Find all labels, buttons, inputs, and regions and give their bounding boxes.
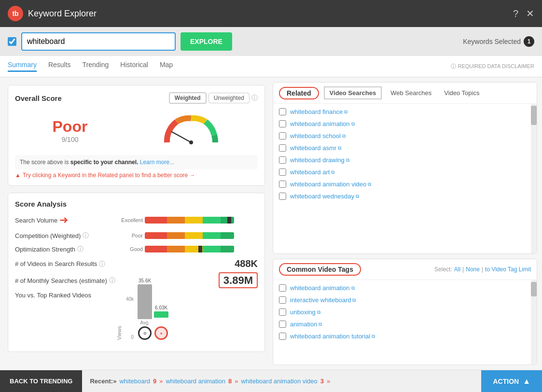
tag-link-2[interactable]: unboxing ⧉ [290, 308, 320, 316]
action-button[interactable]: ACTION ▲ [481, 370, 542, 392]
label-search-volume: Search Volume ➜ [15, 214, 116, 226]
videos-info[interactable]: ⓘ [99, 260, 105, 268]
list-item: whiteboard wednesday ⧉ [273, 190, 531, 202]
keywords-selected-label: Keywords Selected [463, 38, 521, 45]
search-bar: EXPLORE Keywords Selected 1 [0, 27, 542, 56]
related-link-0[interactable]: whiteboard finance ⧉ [290, 108, 347, 115]
tag-checkbox-0[interactable] [279, 284, 286, 292]
recent-item-0[interactable]: whiteboard [119, 378, 150, 385]
back-to-trending-button[interactable]: BACK TO TRENDING [0, 370, 82, 392]
value-optimization: Good [116, 246, 258, 252]
related-checkbox-5[interactable] [279, 168, 286, 176]
related-checkbox-2[interactable] [279, 132, 286, 140]
weighted-button[interactable]: Weighted [169, 92, 207, 104]
related-checkbox-4[interactable] [279, 156, 286, 164]
help-button[interactable]: ? [513, 8, 518, 19]
overall-score-header: Overall Score Weighted Unweighted ⓘ [15, 92, 258, 104]
related-link-6[interactable]: whiteboard animation video ⧉ [290, 181, 371, 188]
recent-arrow-2: » [327, 378, 330, 385]
warning-icon: ▲ [15, 172, 21, 179]
tags-select: Select: All | None | to Video Tag Limit [434, 266, 531, 273]
gauge-chart [162, 113, 220, 147]
recent-num-0: 9 [153, 378, 156, 385]
related-link-2[interactable]: whiteboard school ⧉ [290, 132, 346, 140]
title-bar-right: ? ✕ [513, 8, 534, 19]
keywords-badge: 1 [524, 36, 534, 47]
recent-item-1[interactable]: whiteboard animation [166, 378, 225, 385]
unweighted-button[interactable]: Unweighted [208, 93, 250, 103]
related-link-4[interactable]: whiteboard drawing ⧉ [290, 156, 349, 164]
recent-item-2[interactable]: whiteboard animation video [241, 378, 318, 385]
optimization-info[interactable]: ⓘ [77, 245, 83, 253]
analysis-row-chart: You vs. Top Ranked Videos Views 40k 0 35… [15, 292, 258, 340]
tag-link-3[interactable]: animation ⧉ [290, 321, 322, 328]
related-scrollbar[interactable] [531, 104, 537, 253]
tags-title: Common Video Tags [279, 263, 361, 276]
monthly-count: 3.89M [219, 272, 258, 288]
tag-link-1[interactable]: interactive whiteboard ⧉ [290, 296, 356, 304]
label-chart: You vs. Top Ranked Videos [15, 292, 116, 299]
separator1: | [462, 266, 464, 273]
value-videos: 488K [116, 258, 258, 269]
tag-checkbox-1[interactable] [279, 296, 286, 304]
learn-more-link[interactable]: Learn more... [140, 159, 174, 166]
tag-checkbox-2[interactable] [279, 308, 286, 316]
value-competition: Poor [116, 232, 258, 239]
score-label: Poor [53, 118, 88, 136]
score-info-icon[interactable]: ⓘ [251, 94, 258, 102]
weight-buttons: Weighted Unweighted ⓘ [169, 92, 258, 104]
analysis-row-search-volume: Search Volume ➜ Excellent [15, 214, 258, 226]
search-input[interactable] [21, 32, 176, 51]
related-link-7[interactable]: whiteboard wednesday ⧉ [290, 193, 359, 200]
list-item: whiteboard animation video ⧉ [273, 178, 531, 190]
list-item: whiteboard finance ⧉ [273, 106, 531, 118]
bar1-chart [138, 284, 152, 319]
tab-video-searches[interactable]: Video Searches [324, 86, 382, 99]
recent-label: Recent:» [90, 378, 116, 385]
tab-results[interactable]: Results [48, 61, 71, 72]
tab-video-topics[interactable]: Video Topics [440, 87, 483, 98]
list-item: animation ⧉ [273, 318, 531, 330]
tag-limit-link[interactable]: to Video Tag Limit [485, 266, 531, 273]
right-panel: Related Video Searches Web Searches Vide… [273, 77, 542, 370]
related-checkbox-0[interactable] [279, 108, 286, 115]
competition-info[interactable]: ⓘ [83, 231, 89, 240]
tag-link-4[interactable]: whiteboard animation tutorial ⧉ [290, 333, 375, 340]
you-icon: ● [154, 326, 168, 340]
tab-map[interactable]: Map [160, 61, 173, 72]
tags-scrollbar[interactable] [531, 280, 537, 364]
related-header: Related Video Searches Web Searches Vide… [273, 83, 537, 104]
data-disclaimer: ⓘ REQUIRED DATA DISCLAIMER [451, 63, 534, 70]
tag-checkbox-3[interactable] [279, 321, 286, 328]
score-desc: The score above is specific to your chan… [15, 155, 258, 169]
related-link-3[interactable]: whiteboard asmr ⧉ [290, 144, 341, 152]
score-num: 9/100 [53, 136, 88, 143]
related-link-5[interactable]: whiteboard art ⧉ [290, 168, 334, 176]
label-competition: Competition (Weighted) ⓘ [15, 231, 116, 240]
separator2: | [482, 266, 483, 273]
select-all-link[interactable]: All [454, 266, 460, 273]
tab-bar-left: Summary Results Trending Historical Map [8, 61, 173, 72]
recent-num-2: 3 [320, 378, 324, 385]
tag-link-0[interactable]: whiteboard animation ⧉ [290, 284, 355, 292]
explore-button[interactable]: EXPLORE [181, 32, 232, 51]
related-checkbox-7[interactable] [279, 193, 286, 200]
close-button[interactable]: ✕ [526, 8, 534, 19]
tab-trending[interactable]: Trending [83, 61, 109, 72]
tab-web-searches[interactable]: Web Searches [387, 87, 435, 98]
select-none-link[interactable]: None [466, 266, 480, 273]
related-checkbox-3[interactable] [279, 144, 286, 152]
svg-line-0 [172, 132, 191, 142]
recent-num-1: 8 [228, 378, 232, 385]
search-checkbox[interactable] [8, 37, 16, 46]
tab-summary[interactable]: Summary [8, 61, 37, 72]
related-link-1[interactable]: whiteboard animation ⧉ [290, 120, 355, 127]
monthly-info[interactable]: ⓘ [109, 276, 115, 285]
tag-checkbox-4[interactable] [279, 333, 286, 340]
related-checkbox-1[interactable] [279, 120, 286, 127]
analysis-row-videos: # of Videos in Search Results ⓘ 488K [15, 258, 258, 269]
svg-point-1 [189, 140, 193, 144]
tab-historical[interactable]: Historical [120, 61, 148, 72]
related-checkbox-6[interactable] [279, 181, 286, 188]
search-volume-arrow: ➜ [59, 214, 68, 226]
